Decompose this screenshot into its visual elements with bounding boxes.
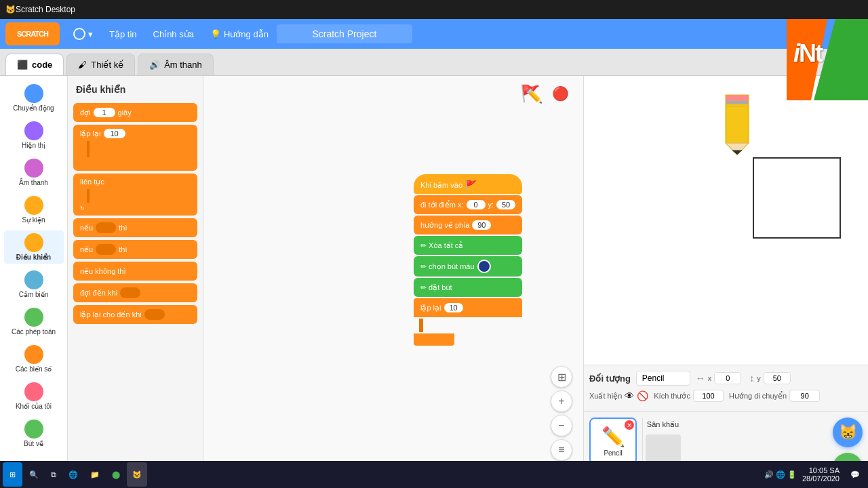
script-group-1: Khi bấm vào 🚩 đi tới điểm x: y: hướng về… xyxy=(414,174,522,346)
direction-input[interactable] xyxy=(789,390,820,402)
code-icon: ⬛ xyxy=(17,60,28,70)
svg-rect-4 xyxy=(726,101,748,104)
block-doi-input[interactable] xyxy=(94,108,115,117)
sprite-pencil-thumb[interactable]: ✕ ✏️ Pencil xyxy=(589,418,637,465)
block-doi[interactable]: đợi giây xyxy=(73,103,197,122)
cat-cam-bien[interactable]: Cảm biến xyxy=(4,268,64,301)
cat-phep-toan[interactable]: Các phép toán xyxy=(4,305,64,338)
brush-icon: 🖌 xyxy=(78,60,87,70)
repeat-input[interactable] xyxy=(444,303,463,312)
taskbar-clock: 10:05 SA 28/07/2020 xyxy=(802,466,840,483)
cat-dieu-khien[interactable]: Điều khiển xyxy=(4,230,64,264)
cat-su-kien[interactable]: Sự kiện xyxy=(4,193,64,226)
tab-thiet-ke[interactable]: 🖌 Thiết kế xyxy=(66,54,135,75)
add-sprite-button[interactable]: 😸 xyxy=(833,418,863,447)
cat-bien-so[interactable]: Các biến số xyxy=(4,342,64,375)
y-arrows-icon: ↕ xyxy=(749,373,754,384)
taskbar: ⊞ 🔍 ⧉ 🌐 📁 ⬤ 🐱 🔊 🌐 🔋 10:05 SA 28/07/2020 … xyxy=(0,461,868,488)
taskbar-start[interactable]: ⊞ xyxy=(3,462,22,487)
cat-hien-thi[interactable]: Hiện thị xyxy=(4,119,64,152)
taskbar-explorer[interactable]: 📁 xyxy=(85,462,105,487)
int-logo-text: iNt xyxy=(793,39,822,68)
cat-circle xyxy=(24,420,43,439)
menubar: SCRATCH ▾ Tập tin Chỉnh sửa 💡 Hướng dẫn xyxy=(0,19,868,49)
taskbar-edge[interactable]: 🌐 xyxy=(63,462,83,487)
x-arrows-icon: ↔ xyxy=(696,373,705,384)
block-go-to-xy[interactable]: đi tới điểm x: y: xyxy=(414,195,522,214)
x-value-input[interactable] xyxy=(714,372,741,384)
zoom-fit-button[interactable]: ⊞ xyxy=(551,366,572,388)
huong-dan-menu[interactable]: 💡 Hướng dẫn xyxy=(202,25,277,43)
tap-tin-menu[interactable]: Tập tin xyxy=(101,25,145,43)
block-direction[interactable]: hướng về phía xyxy=(414,216,522,235)
block-set-color[interactable]: ✏ chọn bút màu xyxy=(414,256,522,277)
tab-am-thanh[interactable]: 🔊 Âm thanh xyxy=(138,54,214,75)
cat-circle xyxy=(24,159,43,178)
more-button[interactable]: ≡ xyxy=(551,439,572,461)
globe-arrow: ▾ xyxy=(88,29,93,39)
block-when-flag[interactable]: Khi bấm vào 🚩 xyxy=(414,174,522,194)
cat-circle xyxy=(24,121,43,140)
prop-y: ↕ y xyxy=(749,372,791,384)
props-row-object: Đối tượng ↔ x ↕ y xyxy=(589,371,863,386)
stage-thumbnail[interactable] xyxy=(646,434,681,462)
int-logo: iNt xyxy=(787,19,868,100)
taskbar-icons: 🔊 🌐 🔋 xyxy=(764,470,797,479)
cat-circle xyxy=(24,270,43,289)
block-repeat-10[interactable]: lặp lại xyxy=(414,298,522,317)
zoom-in-button[interactable]: + xyxy=(551,390,572,412)
x-input[interactable] xyxy=(467,200,486,209)
square-drawing xyxy=(753,157,841,239)
sprite-delete-button[interactable]: ✕ xyxy=(625,420,634,430)
taskbar-scratch[interactable]: 🐱 xyxy=(127,462,147,487)
cat-circle xyxy=(24,233,43,252)
taskbar-taskview[interactable]: ⧉ xyxy=(45,462,62,487)
block-lap-input[interactable] xyxy=(104,129,125,138)
main-area: Chuyển động Hiện thị Âm thanh Sự kiện Đi… xyxy=(0,76,868,488)
block-neu-khong[interactable]: nếu không thì xyxy=(73,262,197,281)
block-lap-lai-cho-den[interactable]: lặp lại cho đến khi xyxy=(73,305,197,324)
huong-dan-icon: 💡 xyxy=(210,29,221,39)
scratch-logo: SCRATCH xyxy=(5,22,60,45)
svg-marker-2 xyxy=(732,150,741,155)
block-doi-den-khi[interactable]: đợi đến khi xyxy=(73,283,197,302)
prop-direction: Hướng di chuyển xyxy=(729,390,820,402)
block-neu-2[interactable]: nếu thì xyxy=(73,240,197,259)
cat-circle xyxy=(24,196,43,215)
edit-icon[interactable]: ✏️ xyxy=(524,87,542,104)
globe-menu[interactable]: ▾ xyxy=(65,24,101,44)
cat-circle xyxy=(24,84,43,103)
cat-am-thanh[interactable]: Âm thanh xyxy=(4,156,64,189)
tab-code[interactable]: ⬛ code xyxy=(5,54,64,75)
hide-button[interactable]: 🚫 xyxy=(637,390,648,401)
prop-show: Xuất hiện 👁 🚫 xyxy=(589,390,648,401)
y-value-input[interactable] xyxy=(764,372,791,384)
cat-but-ve[interactable]: Bút vẽ xyxy=(4,417,64,450)
chinh-sua-menu[interactable]: Chỉnh sửa xyxy=(145,25,202,43)
taskbar-notification[interactable]: 💬 xyxy=(845,462,865,487)
cat-circle xyxy=(24,382,43,401)
sprite-name-input[interactable] xyxy=(636,371,690,386)
block-pen-down[interactable]: ✏ đặt bút xyxy=(414,278,522,297)
color-picker[interactable] xyxy=(477,260,491,273)
cat-chuyen-dong[interactable]: Chuyển động xyxy=(4,81,64,115)
zoom-out-button[interactable]: − xyxy=(551,415,572,436)
stop-button[interactable]: 🔴 xyxy=(548,81,572,106)
svg-rect-3 xyxy=(726,95,748,100)
show-button[interactable]: 👁 xyxy=(625,390,634,401)
sound-icon: 🔊 xyxy=(149,60,160,70)
size-input[interactable] xyxy=(693,390,724,402)
dir-input[interactable] xyxy=(472,220,491,230)
block-clear[interactable]: ✏ Xóa tất cả xyxy=(414,236,522,255)
y-input[interactable] xyxy=(496,200,515,209)
cat-khoi-cua-toi[interactable]: Khối của tôi xyxy=(4,380,64,413)
stage-area xyxy=(584,76,868,365)
taskbar-chrome[interactable]: ⬤ xyxy=(106,462,125,487)
block-neu-1[interactable]: nếu thì xyxy=(73,218,197,237)
blocks-header: Điều khiển xyxy=(73,81,197,98)
block-lap-lai[interactable]: lặp lại xyxy=(73,125,197,171)
stage-canvas xyxy=(584,76,868,252)
block-lien-tuc[interactable]: liên tục ↻ xyxy=(73,174,197,216)
project-name-input[interactable] xyxy=(277,24,412,43)
taskbar-search[interactable]: 🔍 xyxy=(24,462,44,487)
